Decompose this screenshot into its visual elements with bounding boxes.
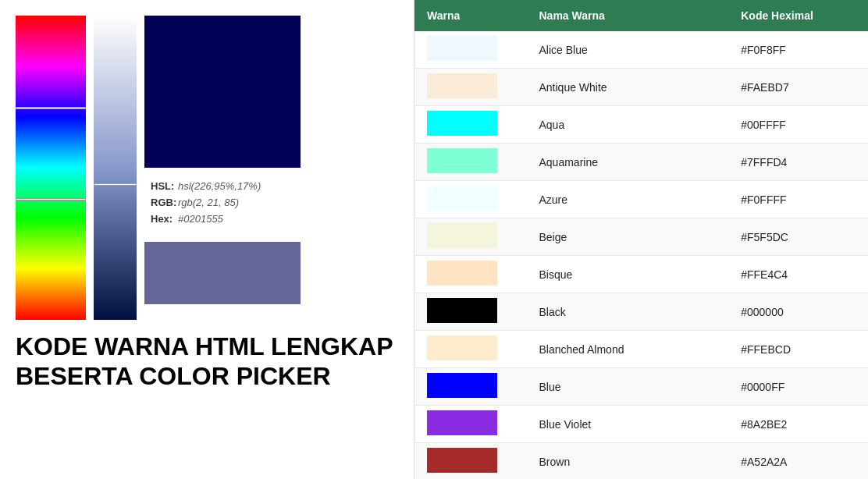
table-row: Bisque#FFE4C4 xyxy=(414,256,868,293)
extra-col xyxy=(838,406,868,443)
color-hex: #000000 xyxy=(728,293,838,331)
extra-col xyxy=(838,331,868,368)
table-row: Antique White#FAEBD7 xyxy=(414,69,868,106)
color-swatch xyxy=(427,448,497,473)
extra-col xyxy=(838,256,868,293)
color-swatch-cell xyxy=(414,31,526,69)
color-hex: #7FFFD4 xyxy=(728,144,838,181)
color-swatch xyxy=(427,186,497,211)
table-row: Black#000000 xyxy=(414,293,868,331)
hsl-label: HSL: xyxy=(151,180,178,192)
color-swatch xyxy=(427,298,497,323)
header-warna: Warna xyxy=(414,0,526,31)
color-hex: #8A2BE2 xyxy=(728,406,838,443)
hsl-value: hsl(226,95%,17%) xyxy=(178,180,261,192)
color-swatch-cell xyxy=(414,106,526,144)
color-hex: #00FFFF xyxy=(728,106,838,144)
color-swatch xyxy=(427,36,497,61)
extra-col xyxy=(838,368,868,406)
color-swatch-cell xyxy=(414,144,526,181)
header-kode-heximal: Kode Heximal xyxy=(728,0,838,31)
color-hex: #FFEBCD xyxy=(728,331,838,368)
color-name: Blanched Almond xyxy=(526,331,728,368)
color-swatch-cell xyxy=(414,69,526,106)
color-hex: #F5F5DC xyxy=(728,218,838,256)
table-row: Blue#0000FF xyxy=(414,368,868,406)
table-row: Azure#F0FFFF xyxy=(414,181,868,218)
table-row: Aqua#00FFFF xyxy=(414,106,868,144)
color-name: Azure xyxy=(526,181,728,218)
color-swatch xyxy=(427,373,497,398)
color-hex: #A52A2A xyxy=(728,443,838,480)
color-name: Blue Violet xyxy=(526,406,728,443)
extra-col xyxy=(838,69,868,106)
extra-col xyxy=(838,31,868,69)
extra-col xyxy=(838,144,868,181)
extra-col xyxy=(838,293,868,331)
color-hex: #F0FFFF xyxy=(728,181,838,218)
title-area: KODE WARNA HTML LENGKAP BESERTA COLOR PI… xyxy=(16,332,398,392)
hex-label: Hex: xyxy=(151,213,178,225)
color-name: Black xyxy=(526,293,728,331)
table-row: Beige#F5F5DC xyxy=(414,218,868,256)
color-picker-area: HSL: hsl(226,95%,17%) RGB: rgb(2, 21, 85… xyxy=(16,16,398,320)
color-hex: #0000FF xyxy=(728,368,838,406)
color-name: Bisque xyxy=(526,256,728,293)
color-swatch xyxy=(427,148,497,173)
extra-col xyxy=(838,181,868,218)
color-name: Brown xyxy=(526,443,728,480)
color-swatch xyxy=(427,111,497,136)
color-swatch-cell xyxy=(414,368,526,406)
color-swatch-cell xyxy=(414,443,526,480)
extra-col xyxy=(838,106,868,144)
color-table: Warna Nama Warna Kode Heximal Alice Blue… xyxy=(414,0,868,479)
color-preview-area: HSL: hsl(226,95%,17%) RGB: rgb(2, 21, 85… xyxy=(144,16,301,320)
color-hex: #FFE4C4 xyxy=(728,256,838,293)
color-preview xyxy=(144,16,301,168)
rgb-label: RGB: xyxy=(151,197,178,208)
color-name: Alice Blue xyxy=(526,31,728,69)
lightness-handle[interactable] xyxy=(94,183,137,186)
color-info: HSL: hsl(226,95%,17%) RGB: rgb(2, 21, 85… xyxy=(144,174,301,236)
color-swatch-cell xyxy=(414,218,526,256)
color-hex: #F0F8FF xyxy=(728,31,838,69)
left-panel: HSL: hsl(226,95%,17%) RGB: rgb(2, 21, 85… xyxy=(0,0,414,479)
table-row: Blue Violet#8A2BE2 xyxy=(414,406,868,443)
rgb-row: RGB: rgb(2, 21, 85) xyxy=(151,197,294,208)
color-name: Beige xyxy=(526,218,728,256)
spectrum-handle-bottom[interactable] xyxy=(16,198,86,200)
color-swatch-cell xyxy=(414,256,526,293)
table-row: Blanched Almond#FFEBCD xyxy=(414,331,868,368)
color-name: Antique White xyxy=(526,69,728,106)
color-swatch-cell xyxy=(414,331,526,368)
page-title: KODE WARNA HTML LENGKAP BESERTA COLOR PI… xyxy=(16,332,398,392)
hex-row: Hex: #0201555 xyxy=(151,213,294,225)
header-extra xyxy=(838,0,868,31)
color-swatch xyxy=(427,73,497,98)
color-name: Aqua xyxy=(526,106,728,144)
color-swatch xyxy=(427,261,497,286)
lightness-bar[interactable] xyxy=(94,16,137,320)
table-row: Alice Blue#F0F8FF xyxy=(414,31,868,69)
extra-col xyxy=(838,443,868,480)
color-swatch xyxy=(427,410,497,435)
color-swatch xyxy=(427,223,497,248)
hex-value: #0201555 xyxy=(178,213,223,225)
table-header-row: Warna Nama Warna Kode Heximal xyxy=(414,0,868,31)
table-row: Brown#A52A2A xyxy=(414,443,868,480)
color-swatch-cell xyxy=(414,293,526,331)
color-swatch-cell xyxy=(414,406,526,443)
mini-color-preview xyxy=(144,242,301,304)
color-swatch xyxy=(427,335,497,360)
right-panel: Warna Nama Warna Kode Heximal Alice Blue… xyxy=(414,0,868,479)
color-swatch-cell xyxy=(414,181,526,218)
spectrum-canvas[interactable] xyxy=(16,16,86,320)
extra-col xyxy=(838,218,868,256)
spectrum-handle-top[interactable] xyxy=(16,107,86,109)
rgb-value: rgb(2, 21, 85) xyxy=(178,197,239,208)
hsl-row: HSL: hsl(226,95%,17%) xyxy=(151,180,294,192)
table-row: Aquamarine#7FFFD4 xyxy=(414,144,868,181)
color-name: Blue xyxy=(526,368,728,406)
color-name: Aquamarine xyxy=(526,144,728,181)
table-wrapper: Warna Nama Warna Kode Heximal Alice Blue… xyxy=(414,0,868,479)
